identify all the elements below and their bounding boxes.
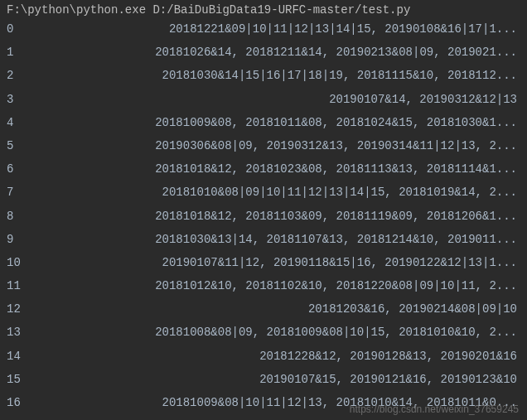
row-data: 20181030&13|14, 20181107&13, 20181214&10…	[58, 232, 520, 247]
row-index: 16	[7, 395, 58, 410]
output-row: 4 20181009&08, 20181011&08, 20181024&15,…	[7, 115, 520, 130]
row-data: 20190107&11|12, 20190118&15|16, 20190122…	[58, 255, 520, 270]
row-index: 3	[7, 92, 58, 107]
output-row: 9 20181030&13|14, 20181107&13, 20181214&…	[7, 232, 520, 247]
output-row: 10 20190107&11|12, 20190118&15|16, 20190…	[7, 255, 520, 270]
output-row: 12 20181203&16, 20190214&08|09|10	[7, 302, 520, 316]
row-data: 20181018&12, 20181023&08, 20181113&13, 2…	[58, 162, 520, 176]
watermark: https://blog.csdn.net/weixin_37659245	[350, 403, 519, 415]
row-index: 15	[7, 372, 58, 387]
row-index: 13	[7, 325, 58, 340]
row-index: 1	[7, 45, 58, 60]
row-data: 20181203&16, 20190214&08|09|10	[58, 302, 520, 316]
row-data: 20181030&14|15|16|17|18|19, 20181115&10,…	[58, 68, 520, 83]
command-line: F:\python\python.exe D:/BaiDuBigData19-U…	[7, 3, 520, 17]
row-data: 20181026&14, 20181211&14, 20190213&08|09…	[58, 45, 520, 60]
row-data: 20190107&15, 20190121&16, 20190123&10	[58, 372, 520, 387]
row-data: 20190107&14, 20190312&12|13	[58, 92, 520, 107]
row-data: 20181009&08, 20181011&08, 20181024&15, 2…	[58, 115, 520, 130]
output-row: 3 20190107&14, 20190312&12|13	[7, 92, 520, 107]
row-index: 0	[7, 22, 58, 36]
output-row: 2 20181030&14|15|16|17|18|19, 20181115&1…	[7, 68, 520, 83]
output-row: 5 20190306&08|09, 20190312&13, 20190314&…	[7, 138, 520, 153]
row-index: 10	[7, 255, 58, 270]
output-row: 15 20190107&15, 20190121&16, 20190123&10	[7, 372, 520, 387]
output-row: 6 20181018&12, 20181023&08, 20181113&13,…	[7, 162, 520, 176]
row-index: 5	[7, 138, 58, 153]
row-index: 12	[7, 302, 58, 316]
row-index: 8	[7, 209, 58, 224]
row-index: 7	[7, 185, 58, 200]
row-index: 4	[7, 115, 58, 130]
row-data: 20181018&12, 20181103&09, 20181119&09, 2…	[58, 209, 520, 224]
row-index: 11	[7, 278, 58, 293]
output-row: 1 20181026&14, 20181211&14, 20190213&08|…	[7, 45, 520, 60]
row-data: 20181010&08|09|10|11|12|13|14|15, 201810…	[58, 185, 520, 200]
output-row: 0 20181221&09|10|11|12|13|14|15, 2019010…	[7, 22, 520, 36]
row-index: 2	[7, 68, 58, 83]
output-row: 8 20181018&12, 20181103&09, 20181119&09,…	[7, 209, 520, 224]
output-row: 14 20181228&12, 20190128&13, 20190201&16	[7, 349, 520, 364]
row-data: 20190306&08|09, 20190312&13, 20190314&11…	[58, 138, 520, 153]
row-data: 20181221&09|10|11|12|13|14|15, 20190108&…	[58, 22, 520, 36]
output-row: 13 20181008&08|09, 20181009&08|10|15, 20…	[7, 325, 520, 340]
row-index: 6	[7, 162, 58, 176]
row-index: 9	[7, 232, 58, 247]
row-data: 20181008&08|09, 20181009&08|10|15, 20181…	[58, 325, 520, 340]
output-row: 7 20181010&08|09|10|11|12|13|14|15, 2018…	[7, 185, 520, 200]
row-data: 20181228&12, 20190128&13, 20190201&16	[58, 349, 520, 364]
row-index: 14	[7, 349, 58, 364]
row-data: 20181012&10, 20181102&10, 20181220&08|09…	[58, 278, 520, 293]
output-container: 0 20181221&09|10|11|12|13|14|15, 2019010…	[7, 22, 520, 420]
output-row: 11 20181012&10, 20181102&10, 20181220&08…	[7, 278, 520, 293]
